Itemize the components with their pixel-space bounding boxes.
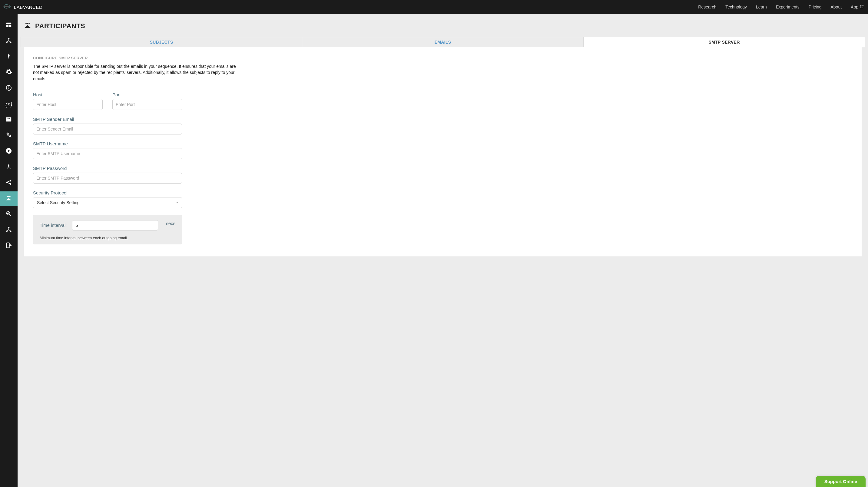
nav-about[interactable]: About	[831, 4, 842, 9]
gear-icon	[5, 69, 12, 77]
support-online-label: Support Online	[825, 479, 857, 484]
sidebar-item-variables[interactable]: (x)	[0, 97, 18, 112]
participants-header-icon	[24, 22, 31, 30]
design-icon	[5, 53, 12, 61]
topbar: LABVANCED Research Technology Learn Expe…	[0, 0, 868, 14]
nav-technology[interactable]: Technology	[725, 4, 747, 9]
page-header: PARTICIPANTS	[18, 14, 868, 37]
sidebar-item-run[interactable]	[0, 144, 18, 159]
media-icon	[5, 116, 12, 124]
smtp-panel: CONFIGURE SMTP SERVER The SMTP server is…	[24, 47, 862, 257]
sidebar-item-design[interactable]	[0, 50, 18, 64]
svg-rect-10	[6, 117, 11, 118]
svg-rect-11	[7, 118, 7, 119]
brand-logo-icon	[3, 3, 11, 10]
security-protocol-select[interactable]: Select Security Setting	[33, 197, 182, 208]
svg-point-17	[10, 180, 11, 182]
sender-email-input[interactable]	[33, 124, 182, 134]
nav-research[interactable]: Research	[698, 4, 716, 9]
info-icon	[5, 85, 12, 92]
sidebar-item-logout[interactable]	[0, 239, 18, 253]
sidebar-item-info[interactable]	[0, 81, 18, 96]
dashboard-icon	[5, 22, 12, 29]
sidebar-item-share[interactable]	[0, 176, 18, 190]
svg-point-18	[10, 183, 11, 185]
svg-rect-0	[6, 23, 11, 25]
time-interval-unit: secs	[166, 220, 175, 226]
svg-point-19	[7, 196, 8, 197]
tab-subjects[interactable]: SUBJECTS	[21, 37, 302, 47]
time-interval-input[interactable]	[72, 220, 158, 231]
nav-learn[interactable]: Learn	[756, 4, 767, 9]
participants-icon	[5, 195, 12, 203]
time-interval-label: Time interval:	[40, 222, 67, 228]
export-icon	[5, 226, 12, 234]
svg-point-27	[26, 23, 27, 24]
svg-point-20	[9, 196, 10, 197]
play-icon	[5, 148, 12, 155]
nav-app-label: App	[851, 4, 858, 9]
svg-rect-26	[7, 243, 9, 248]
support-online-button[interactable]: Support Online	[816, 476, 866, 487]
sidebar-item-participants[interactable]	[0, 191, 18, 206]
host-label: Host	[33, 92, 103, 97]
svg-point-28	[27, 23, 28, 24]
host-input[interactable]	[33, 99, 103, 110]
smtp-username-input[interactable]	[33, 148, 182, 159]
port-input[interactable]	[112, 99, 182, 110]
structure-icon	[5, 37, 12, 45]
page-title: PARTICIPANTS	[35, 22, 85, 30]
external-link-icon	[860, 4, 864, 9]
svg-rect-1	[6, 25, 8, 27]
svg-point-23	[8, 227, 10, 229]
variables-icon: (x)	[5, 101, 12, 107]
svg-point-29	[28, 23, 30, 24]
svg-point-8	[8, 86, 9, 87]
brand-name: LABVANCED	[14, 4, 42, 10]
svg-rect-2	[9, 25, 11, 27]
top-nav: Research Technology Learn Experiments Pr…	[698, 4, 864, 9]
section-title: CONFIGURE SMTP SERVER	[33, 56, 852, 60]
smtp-password-label: SMTP Password	[33, 166, 852, 171]
svg-point-16	[6, 181, 8, 183]
port-label: Port	[112, 92, 182, 97]
smtp-password-input[interactable]	[33, 173, 182, 184]
brand[interactable]: LABVANCED	[3, 3, 42, 10]
nav-experiments[interactable]: Experiments	[776, 4, 800, 9]
sidebar-item-dashboard[interactable]	[0, 18, 18, 33]
sidebar: (x)	[0, 14, 18, 487]
share-icon	[5, 179, 12, 187]
sidebar-item-analyze[interactable]	[0, 207, 18, 222]
svg-point-21	[8, 196, 9, 197]
svg-rect-12	[8, 118, 8, 119]
sidebar-item-structure[interactable]	[0, 34, 18, 49]
sender-email-label: SMTP Sender Email	[33, 117, 852, 122]
svg-point-3	[8, 38, 10, 39]
sidebar-item-export[interactable]	[0, 223, 18, 238]
time-interval-box: Time interval: secs Minimum time interva…	[33, 215, 182, 244]
content: PARTICIPANTS SUBJECTS EMAILS SMTP SERVER…	[18, 14, 868, 487]
nav-pricing[interactable]: Pricing	[809, 4, 822, 9]
tabs: SUBJECTS EMAILS SMTP SERVER	[21, 37, 865, 47]
rocket-icon	[6, 163, 12, 171]
tab-emails[interactable]: EMAILS	[302, 37, 584, 47]
translate-icon	[5, 132, 12, 140]
time-interval-help: Minimum time interval between each outgo…	[40, 236, 175, 240]
sidebar-item-media[interactable]	[0, 113, 18, 127]
security-protocol-label: Security Protocol	[33, 190, 852, 195]
sidebar-item-settings[interactable]	[0, 65, 18, 80]
smtp-username-label: SMTP Username	[33, 141, 852, 146]
sidebar-item-translate[interactable]	[0, 128, 18, 143]
section-description: The SMTP server is responsible for sendi…	[33, 63, 242, 82]
tab-smtp-server[interactable]: SMTP SERVER	[584, 37, 865, 47]
svg-rect-13	[9, 118, 10, 119]
nav-app[interactable]: App	[851, 4, 864, 9]
sidebar-item-publish[interactable]	[0, 160, 18, 175]
logout-icon	[5, 242, 12, 250]
analyze-icon	[5, 211, 12, 218]
